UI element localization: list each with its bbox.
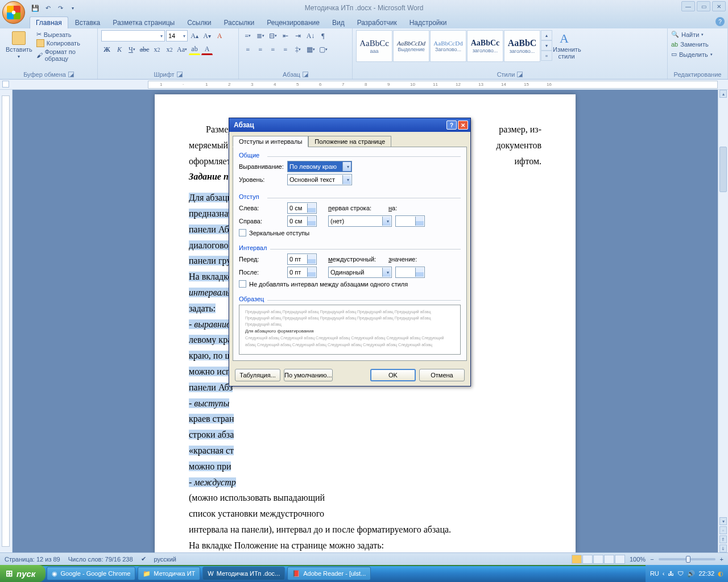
scroll-up-button[interactable]: ▴ bbox=[719, 90, 727, 98]
shading-button[interactable]: ▦▾ bbox=[305, 44, 316, 55]
line-spacing-combo[interactable]: Одинарный bbox=[328, 267, 392, 278]
indent-left-spinner[interactable]: 0 см bbox=[287, 202, 317, 214]
dialog-titlebar[interactable]: Абзац ? ✕ bbox=[229, 118, 470, 132]
taskbar-item[interactable]: 📁Методичка ИТ bbox=[138, 567, 200, 580]
increase-indent-button[interactable]: ⇥ bbox=[292, 30, 304, 41]
zoom-slider[interactable] bbox=[659, 558, 715, 560]
zoom-level[interactable]: 100% bbox=[630, 556, 646, 563]
tab-review[interactable]: Рецензирование bbox=[261, 17, 325, 28]
styles-dialog-launcher[interactable] bbox=[517, 72, 523, 77]
tray-icon[interactable]: ‹ bbox=[663, 570, 665, 577]
alignment-combo[interactable]: По левому краю bbox=[287, 161, 352, 172]
ok-button[interactable]: OK bbox=[370, 369, 416, 381]
next-page-button[interactable]: ⇓ bbox=[719, 544, 727, 552]
indent-right-spinner[interactable]: 0 см bbox=[287, 215, 317, 227]
save-icon[interactable]: 💾 bbox=[31, 3, 40, 13]
taskbar-item[interactable]: 📕Adobe Reader - [ulst... bbox=[287, 567, 371, 580]
first-line-combo[interactable]: (нет) bbox=[328, 215, 392, 227]
underline-button[interactable]: Ч▾ bbox=[126, 44, 138, 55]
space-before-spinner[interactable]: 0 пт bbox=[287, 253, 317, 265]
tab-insert[interactable]: Вставка bbox=[69, 17, 106, 28]
tab-view[interactable]: Вид bbox=[326, 17, 350, 28]
tray-language[interactable]: RU bbox=[650, 570, 659, 577]
paragraph-dialog-launcher[interactable] bbox=[303, 72, 308, 77]
strikethrough-button[interactable]: abc bbox=[139, 44, 150, 55]
shrink-font-button[interactable]: A▾ bbox=[201, 30, 213, 41]
undo-icon[interactable]: ↶ bbox=[43, 3, 52, 13]
minimize-button[interactable]: — bbox=[681, 1, 695, 11]
line-spacing-at-spinner[interactable] bbox=[395, 267, 425, 278]
zoom-in-button[interactable]: + bbox=[720, 556, 723, 563]
select-button[interactable]: ▭Выделить▾ bbox=[671, 50, 713, 59]
status-words[interactable]: Число слов: 79/16 238 bbox=[68, 556, 133, 563]
taskbar-item[interactable]: ◉Google - Google Chrome bbox=[47, 567, 135, 580]
tray-clock[interactable]: 22:32 bbox=[698, 570, 714, 577]
justify-button[interactable]: ≡ bbox=[280, 44, 291, 55]
show-marks-button[interactable]: ¶ bbox=[317, 30, 329, 41]
browse-object-button[interactable]: ◦ bbox=[719, 526, 727, 534]
borders-button[interactable]: ▢▾ bbox=[317, 44, 329, 55]
view-print-layout[interactable] bbox=[572, 555, 582, 564]
clear-formatting-button[interactable]: A bbox=[214, 30, 225, 41]
bold-button[interactable]: Ж bbox=[101, 44, 113, 55]
style-item[interactable]: AaBbCcDdВыделение bbox=[393, 30, 429, 62]
dialog-help-button[interactable]: ? bbox=[446, 120, 457, 130]
style-item[interactable]: AaBbCcaaa bbox=[356, 30, 392, 62]
style-item[interactable]: AaBbCcзаголово... bbox=[467, 30, 503, 62]
start-button[interactable]: ⊞пуск bbox=[0, 565, 46, 582]
scrollbar-vertical[interactable]: ▴ ▾ ◦ ⇑ ⇓ bbox=[718, 90, 728, 552]
font-dialog-launcher[interactable] bbox=[177, 72, 183, 77]
replace-button[interactable]: abЗаменить bbox=[671, 40, 709, 48]
format-painter-button[interactable]: 🖌Формат по образцу bbox=[36, 48, 94, 63]
tab-page-layout[interactable]: Разметка страницы bbox=[107, 17, 180, 28]
decrease-indent-button[interactable]: ⇤ bbox=[280, 30, 291, 41]
dialog-tab-indents[interactable]: Отступы и интервалы bbox=[233, 136, 308, 147]
tabs-button[interactable]: Табуляция... bbox=[235, 369, 280, 381]
font-family-combo[interactable] bbox=[101, 30, 165, 41]
italic-button[interactable]: К bbox=[114, 44, 125, 55]
tab-developer[interactable]: Разработчик bbox=[351, 17, 403, 28]
tab-addins[interactable]: Надстройки bbox=[404, 17, 453, 28]
font-color-button[interactable]: A bbox=[201, 44, 213, 55]
status-language[interactable]: русский bbox=[154, 556, 176, 563]
change-styles-button[interactable]: AИзменить стили bbox=[551, 30, 582, 61]
superscript-button[interactable]: x2 bbox=[164, 44, 175, 55]
font-size-combo[interactable]: 14 bbox=[166, 30, 188, 41]
tray-icon[interactable]: ◐ bbox=[718, 570, 723, 577]
styles-gallery[interactable]: AaBbCcaaa AaBbCcDdВыделение AaBbCcDdЗаго… bbox=[356, 30, 549, 62]
align-left-button[interactable]: ≡ bbox=[242, 44, 254, 55]
bullets-button[interactable]: ≡▾ bbox=[242, 30, 254, 41]
align-right-button[interactable]: ≡ bbox=[267, 44, 279, 55]
clipboard-dialog-launcher[interactable] bbox=[68, 72, 74, 77]
taskbar-item[interactable]: WМетодичка ИТп .doc... bbox=[202, 567, 285, 580]
view-web-layout[interactable] bbox=[593, 555, 603, 564]
cut-button[interactable]: ✂Вырезать bbox=[36, 30, 94, 39]
sort-button[interactable]: A↓ bbox=[305, 30, 316, 41]
line-spacing-button[interactable]: ‡▾ bbox=[292, 44, 304, 55]
view-outline[interactable] bbox=[604, 555, 614, 564]
close-button[interactable]: ✕ bbox=[712, 1, 726, 11]
prev-page-button[interactable]: ⇑ bbox=[719, 535, 727, 543]
subscript-button[interactable]: x2 bbox=[151, 44, 163, 55]
tab-selector[interactable] bbox=[2, 81, 9, 88]
tab-references[interactable]: Ссылки bbox=[181, 17, 217, 28]
qat-more-icon[interactable]: ▾ bbox=[68, 3, 77, 13]
numbering-button[interactable]: ≣▾ bbox=[255, 30, 266, 41]
tab-mailings[interactable]: Рассылки bbox=[218, 17, 260, 28]
status-page[interactable]: Страница: 12 из 89 bbox=[5, 556, 60, 563]
tab-home[interactable]: Главная bbox=[30, 16, 68, 28]
highlight-button[interactable]: ab bbox=[189, 44, 200, 55]
paste-button[interactable]: Вставить▾ bbox=[3, 30, 35, 60]
cancel-button[interactable]: Отмена bbox=[419, 369, 465, 381]
zoom-out-button[interactable]: − bbox=[650, 556, 653, 563]
copy-button[interactable]: Копировать bbox=[36, 39, 94, 48]
style-item[interactable]: AaBbCcDdЗаголово... bbox=[430, 30, 466, 62]
style-item[interactable]: AaBbCзаголово... bbox=[504, 30, 540, 62]
find-button[interactable]: 🔍Найти▾ bbox=[671, 30, 704, 39]
ruler-horizontal[interactable]: 1·12345678910111213141516 bbox=[148, 81, 718, 89]
default-button[interactable]: По умолчанию... bbox=[284, 369, 333, 381]
first-line-by-spinner[interactable] bbox=[395, 215, 425, 227]
space-after-spinner[interactable]: 0 пт bbox=[287, 267, 317, 278]
tray-shield-icon[interactable]: 🛡 bbox=[677, 570, 684, 577]
status-proofing-icon[interactable]: ✔ bbox=[141, 555, 146, 563]
